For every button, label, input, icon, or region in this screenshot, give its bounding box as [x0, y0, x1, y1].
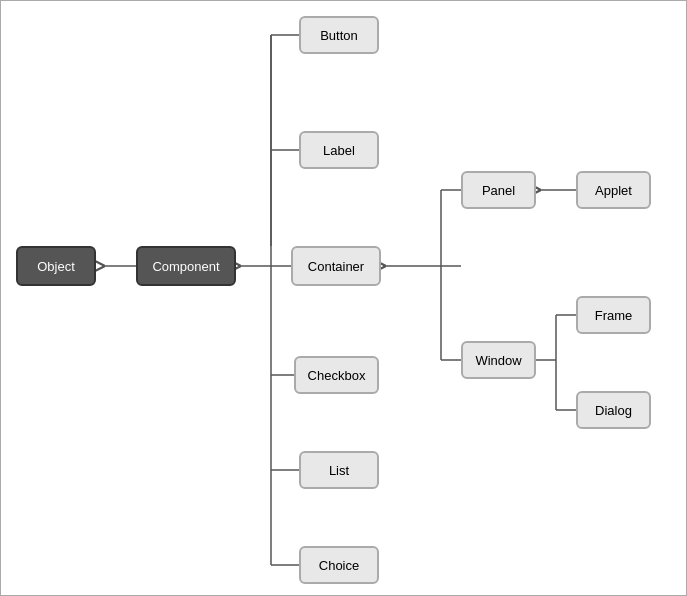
node-button: Button: [299, 16, 379, 54]
node-object: Object: [16, 246, 96, 286]
node-checkbox: Checkbox: [294, 356, 379, 394]
node-frame: Frame: [576, 296, 651, 334]
node-component: Component: [136, 246, 236, 286]
node-choice: Choice: [299, 546, 379, 584]
node-applet: Applet: [576, 171, 651, 209]
node-container: Container: [291, 246, 381, 286]
node-window: Window: [461, 341, 536, 379]
node-list: List: [299, 451, 379, 489]
diagram: Object Component Button Label Container …: [0, 0, 687, 596]
node-dialog: Dialog: [576, 391, 651, 429]
node-panel: Panel: [461, 171, 536, 209]
node-label: Label: [299, 131, 379, 169]
